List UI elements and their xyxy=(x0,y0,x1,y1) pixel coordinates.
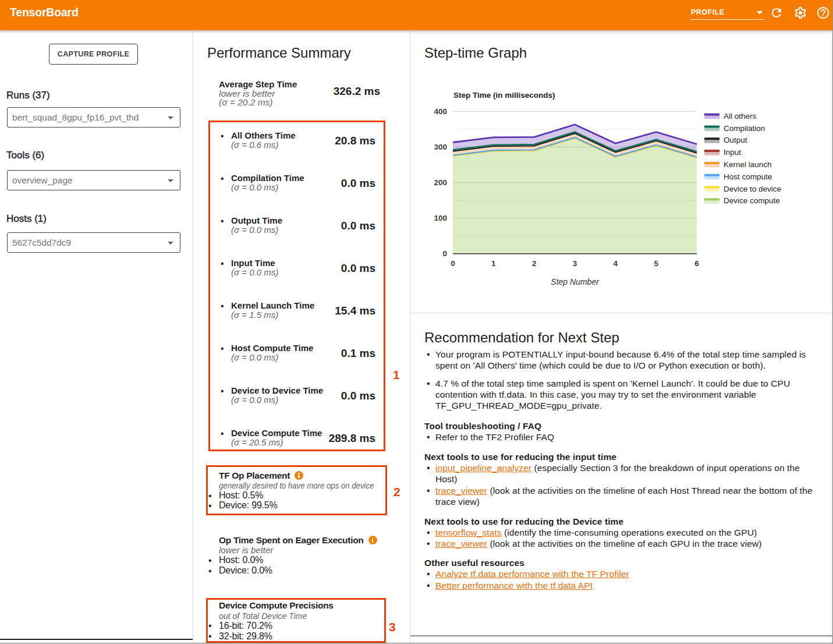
svg-text:1: 1 xyxy=(491,259,496,268)
svg-text:400: 400 xyxy=(434,107,447,116)
svg-text:Compilation: Compilation xyxy=(724,124,765,133)
svg-text:100: 100 xyxy=(434,214,447,222)
svg-text:2: 2 xyxy=(532,259,537,268)
svg-text:300: 300 xyxy=(434,143,447,151)
svg-text:6: 6 xyxy=(694,259,699,268)
svg-text:All others: All others xyxy=(724,112,757,121)
svg-text:0: 0 xyxy=(451,259,455,268)
svg-text:Host compute: Host compute xyxy=(724,172,772,181)
svg-text:4: 4 xyxy=(614,259,618,268)
svg-text:Kernel launch: Kernel launch xyxy=(724,160,772,169)
svg-text:5: 5 xyxy=(654,259,658,268)
svg-text:Input: Input xyxy=(724,148,741,157)
svg-text:200: 200 xyxy=(434,178,447,187)
svg-text:0: 0 xyxy=(442,249,447,258)
svg-text:Step Number: Step Number xyxy=(551,277,600,286)
svg-text:Output: Output xyxy=(724,136,747,144)
svg-text:Device compute: Device compute xyxy=(724,196,780,205)
svg-text:3: 3 xyxy=(573,259,577,268)
svg-text:Device to device: Device to device xyxy=(724,185,781,193)
svg-text:Step Time (in milliseconds): Step Time (in milliseconds) xyxy=(453,91,555,100)
